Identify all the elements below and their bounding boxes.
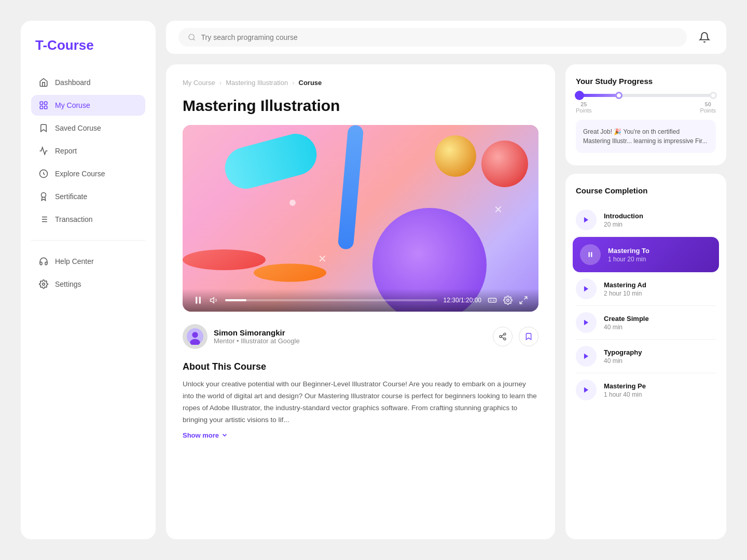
svg-marker-35 xyxy=(584,286,588,292)
share-button[interactable] xyxy=(493,327,513,346)
settings-video-button[interactable] xyxy=(503,296,513,305)
course-item-info-mastering-to: Mastering To 1 hour 20 min xyxy=(608,247,712,263)
bookmark-icon xyxy=(38,123,49,133)
breadcrumb: My Course › Mastering Illustration › Cor… xyxy=(183,79,538,87)
nav-divider xyxy=(31,240,145,241)
sidebar-label-transaction: Transaction xyxy=(55,215,93,223)
caption-button[interactable] xyxy=(488,296,497,305)
notification-button[interactable] xyxy=(695,28,714,47)
course-item-typography[interactable]: Typography 40 min xyxy=(576,340,716,373)
course-item-mastering-ad[interactable]: Mastering Ad 2 hour 10 min xyxy=(576,272,716,306)
play-btn-mastering-pe[interactable] xyxy=(576,380,597,400)
shape-teal-tube xyxy=(220,129,322,193)
list-icon xyxy=(38,214,49,225)
sidebar-item-transaction[interactable]: Transaction xyxy=(31,209,145,230)
svg-line-23 xyxy=(520,301,522,304)
shape-yellow-sphere xyxy=(435,135,476,177)
svg-point-25 xyxy=(192,332,198,338)
header xyxy=(166,21,726,54)
svg-rect-3 xyxy=(40,106,43,109)
sidebar-item-help[interactable]: Help Center xyxy=(31,251,145,272)
course-item-duration-mastering-ad: 2 hour 10 min xyxy=(604,290,716,297)
pause-button[interactable] xyxy=(193,295,203,305)
progress-dot-start xyxy=(575,91,584,100)
course-item-info-typography: Typography 40 min xyxy=(604,348,716,365)
sidebar-item-certificate[interactable]: Sertificate xyxy=(31,186,145,207)
play-btn-mastering-ad[interactable] xyxy=(576,278,597,299)
right-panel: Your Study Progress 25 Points xyxy=(565,64,726,539)
sidebar-item-dashboard[interactable]: Dashboard xyxy=(31,72,145,93)
course-item-duration-intro: 20 min xyxy=(604,221,716,228)
progress-bar[interactable] xyxy=(225,299,437,301)
breadcrumb-mastering-illustration[interactable]: Mastering Illustration xyxy=(226,79,288,87)
course-item-intro[interactable]: Introduction 20 min xyxy=(576,203,716,237)
book-icon xyxy=(38,100,49,110)
svg-point-29 xyxy=(504,338,506,340)
play-btn-create-simple[interactable] xyxy=(576,312,597,333)
course-item-title-mastering-to: Mastering To xyxy=(608,247,712,255)
settings-icon xyxy=(38,279,49,289)
course-item-title-intro: Introduction xyxy=(604,212,716,220)
progress-line xyxy=(576,94,716,97)
svg-marker-37 xyxy=(584,354,588,359)
instructor-name: Simon Simorangkir xyxy=(214,328,300,337)
video-thumbnail: ✕ ✕ xyxy=(183,125,538,312)
sidebar-label-help: Help Center xyxy=(55,257,94,265)
svg-line-31 xyxy=(502,334,504,336)
progress-message: Great Job! 🎉 You're on th certified Mast… xyxy=(576,120,716,153)
course-item-title-create-simple: Create Simple xyxy=(604,315,716,323)
sidebar-item-my-course[interactable]: My Coruse xyxy=(31,95,145,116)
sidebar-item-report[interactable]: Report xyxy=(31,141,145,161)
svg-rect-0 xyxy=(40,102,43,104)
svg-marker-17 xyxy=(211,298,214,303)
about-title: About This Course xyxy=(183,361,538,372)
course-item-title-mastering-pe: Mastering Pe xyxy=(604,382,716,390)
breadcrumb-sep-1: › xyxy=(219,79,222,87)
compass-icon xyxy=(38,169,49,179)
sidebar-item-settings[interactable]: Settings xyxy=(31,274,145,295)
points-25: 25 Points xyxy=(576,101,592,114)
header-actions xyxy=(695,28,714,47)
svg-line-14 xyxy=(193,39,195,40)
sidebar-label-my-course: My Coruse xyxy=(55,101,90,109)
content-wrapper: My Course › Mastering Illustration › Cor… xyxy=(166,64,726,539)
sidebar-label-dashboard: Dashboard xyxy=(55,78,91,87)
shape-red-disc-left xyxy=(183,249,266,270)
volume-button[interactable] xyxy=(210,296,219,305)
avatar xyxy=(183,324,208,349)
instructor-role: Mentor • Illustrator at Google xyxy=(214,337,300,345)
course-item-info-mastering-ad: Mastering Ad 2 hour 10 min xyxy=(604,281,716,297)
svg-line-30 xyxy=(502,337,504,339)
sidebar-item-explore[interactable]: Explore Course xyxy=(31,163,145,184)
play-btn-mastering-to[interactable] xyxy=(580,244,601,265)
play-btn-typography[interactable] xyxy=(576,346,597,367)
instructor-details: Simon Simorangkir Mentor • Illustrator a… xyxy=(214,328,300,345)
course-item-info-create-simple: Create Simple 40 min xyxy=(604,315,716,331)
show-more-button[interactable]: Show more xyxy=(183,431,538,439)
save-button[interactable] xyxy=(519,327,538,346)
breadcrumb-my-course[interactable]: My Course xyxy=(183,79,215,87)
search-bar[interactable] xyxy=(178,28,687,47)
svg-rect-16 xyxy=(199,297,201,303)
video-player[interactable]: ✕ ✕ 12:30/1:20:00 xyxy=(183,125,538,312)
sidebar: T-Course Dashboard My Coruse Saved Corus… xyxy=(21,21,156,539)
cross-mark-1: ✕ xyxy=(494,203,503,216)
course-item-duration-mastering-pe: 1 hour 40 min xyxy=(604,391,716,398)
sidebar-label-report: Report xyxy=(55,147,77,155)
fullscreen-button[interactable] xyxy=(519,296,528,305)
completion-card: Course Completion Introduction 20 min xyxy=(565,174,726,539)
course-item-duration-mastering-to: 1 hour 20 min xyxy=(608,256,712,263)
course-item-create-simple[interactable]: Create Simple 40 min xyxy=(576,306,716,340)
svg-rect-18 xyxy=(489,298,496,302)
play-btn-intro[interactable] xyxy=(576,209,597,230)
svg-rect-1 xyxy=(45,102,47,104)
svg-line-22 xyxy=(524,297,527,299)
course-item-mastering-to[interactable]: Mastering To 1 hour 20 min xyxy=(573,237,719,272)
cross-mark-2: ✕ xyxy=(318,253,327,265)
svg-rect-34 xyxy=(591,252,592,257)
search-input[interactable] xyxy=(201,33,677,41)
nav-list: Dashboard My Coruse Saved Coruse Report xyxy=(31,72,145,523)
course-item-mastering-pe[interactable]: Mastering Pe 1 hour 40 min xyxy=(576,373,716,407)
sidebar-item-saved[interactable]: Saved Coruse xyxy=(31,118,145,138)
svg-rect-2 xyxy=(45,106,47,109)
